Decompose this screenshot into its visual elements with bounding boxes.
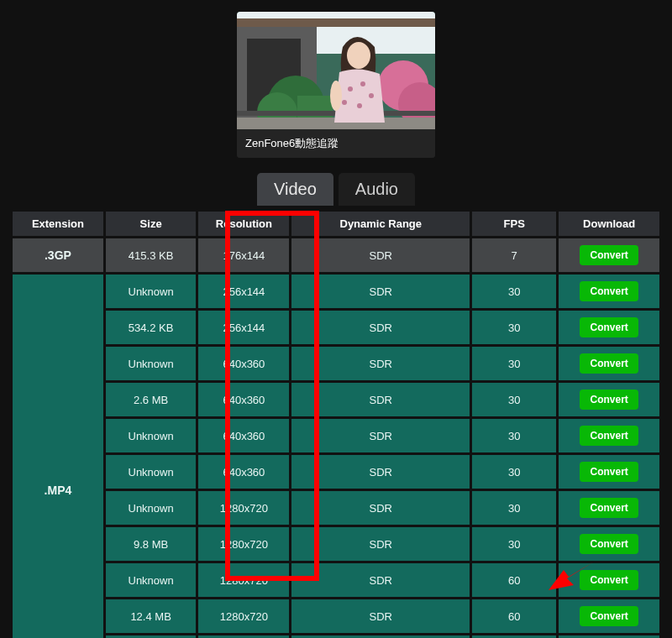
table-row: Unknown 1280x720 SDR 30 Convert [13, 491, 659, 525]
cell-resolution: 1280x720 [198, 599, 289, 633]
cell-dynamic-range: SDR [291, 563, 470, 597]
cell-dynamic-range: SDR [291, 383, 470, 416]
cell-size: 534.2 KB [106, 311, 196, 344]
cell-download: Convert [559, 311, 659, 344]
svg-point-14 [360, 81, 365, 86]
cell-dynamic-range: SDR [291, 238, 470, 272]
cell-resolution: 640x360 [198, 347, 289, 380]
svg-point-18 [330, 81, 342, 111]
cell-fps: 30 [472, 311, 556, 344]
cell-download: Convert [559, 419, 659, 452]
cell-resolution: 640x360 [198, 419, 289, 452]
tab-audio[interactable]: Audio [339, 173, 415, 206]
convert-button[interactable]: Convert [580, 462, 638, 482]
cell-resolution: 256x144 [198, 311, 289, 344]
cell-extension: .3GP [13, 238, 103, 272]
col-fps: FPS [472, 212, 556, 236]
cell-fps: 30 [472, 455, 556, 489]
convert-button[interactable]: Convert [580, 426, 638, 446]
cell-dynamic-range: SDR [291, 347, 470, 380]
table-row: 534.2 KB 256x144 SDR 30 Convert [13, 311, 659, 344]
table-header-row: Extension Size Resolution Dynamic Range … [13, 212, 659, 236]
cell-download: Convert [559, 455, 659, 489]
col-download: Download [559, 212, 659, 236]
cell-dynamic-range: SDR [291, 419, 470, 452]
cell-dynamic-range: SDR [291, 275, 470, 308]
video-thumbnail-card: ZenFone6動態追蹤 [237, 12, 435, 158]
svg-point-15 [369, 93, 374, 98]
cell-fps: 30 [472, 491, 556, 525]
formats-table: Extension Size Resolution Dynamic Range … [10, 209, 662, 638]
cell-fps: 30 [472, 383, 556, 416]
svg-point-12 [347, 42, 370, 69]
convert-button[interactable]: Convert [580, 390, 638, 410]
cell-download: Convert [559, 563, 659, 597]
convert-button[interactable]: Convert [580, 281, 638, 301]
cell-download: Convert [559, 383, 659, 416]
table-row: 2.6 MB 640x360 SDR 30 Convert [13, 383, 659, 416]
cell-size: Unknown [106, 491, 196, 525]
video-title: ZenFone6動態追蹤 [237, 129, 435, 158]
table-row: Unknown 640x360 SDR 30 Convert [13, 455, 659, 489]
col-resolution: Resolution [198, 212, 289, 236]
convert-button[interactable]: Convert [580, 245, 638, 265]
tab-video[interactable]: Video [257, 173, 333, 206]
cell-resolution: 1280x720 [198, 491, 289, 525]
convert-button[interactable]: Convert [580, 570, 638, 590]
convert-button[interactable]: Convert [580, 317, 638, 337]
cell-dynamic-range: SDR [291, 455, 470, 489]
cell-dynamic-range: SDR [291, 311, 470, 344]
cell-fps: 30 [472, 275, 556, 308]
cell-download: Convert [559, 599, 659, 633]
col-dynamic-range: Dynamic Range [291, 212, 470, 236]
convert-button[interactable]: Convert [580, 534, 638, 554]
video-thumbnail-image [237, 12, 435, 129]
cell-size: Unknown [106, 275, 196, 308]
format-tabs: Video Audio [0, 173, 672, 206]
cell-download: Convert [559, 275, 659, 308]
cell-download: Convert [559, 527, 659, 561]
cell-size: 12.4 MB [106, 599, 196, 633]
cell-fps: 60 [472, 599, 556, 633]
cell-size: 2.6 MB [106, 383, 196, 416]
convert-button[interactable]: Convert [580, 606, 638, 626]
cell-size: Unknown [106, 347, 196, 380]
table-row: .MP4 Unknown 256x144 SDR 30 Convert [13, 275, 659, 308]
cell-dynamic-range: SDR [291, 599, 470, 633]
cell-resolution: 256x144 [198, 275, 289, 308]
cell-resolution: 1280x720 [198, 563, 289, 597]
cell-fps: 7 [472, 238, 556, 272]
svg-point-13 [348, 86, 353, 92]
table-row: Unknown 1280x720 SDR 60 Convert [13, 563, 659, 597]
cell-fps: 30 [472, 527, 556, 561]
svg-point-17 [357, 103, 362, 108]
table-row: .3GP 415.3 KB 176x144 SDR 7 Convert [13, 238, 659, 272]
cell-resolution: 176x144 [198, 238, 289, 272]
cell-download: Convert [559, 491, 659, 525]
col-size: Size [106, 212, 196, 236]
cell-dynamic-range: SDR [291, 527, 470, 561]
table-row: 12.4 MB 1280x720 SDR 60 Convert [13, 599, 659, 633]
convert-button[interactable]: Convert [580, 353, 638, 374]
cell-fps: 30 [472, 419, 556, 452]
convert-button[interactable]: Convert [580, 498, 638, 518]
cell-download: Convert [559, 347, 659, 380]
svg-point-16 [342, 100, 347, 105]
cell-dynamic-range: SDR [291, 491, 470, 525]
table-row: 9.8 MB 1280x720 SDR 30 Convert [13, 527, 659, 561]
col-extension: Extension [13, 212, 103, 236]
cell-size: 9.8 MB [106, 527, 196, 561]
table-row: Unknown 640x360 SDR 30 Convert [13, 347, 659, 380]
cell-resolution: 640x360 [198, 383, 289, 416]
cell-fps: 60 [472, 563, 556, 597]
cell-size: Unknown [106, 455, 196, 489]
cell-extension: .MP4 [13, 275, 103, 638]
cell-fps: 30 [472, 347, 556, 380]
svg-rect-1 [237, 18, 435, 27]
cell-download: Convert [559, 238, 659, 272]
cell-resolution: 640x360 [198, 455, 289, 489]
cell-size: Unknown [106, 563, 196, 597]
table-row: Unknown 640x360 SDR 30 Convert [13, 419, 659, 452]
cell-resolution: 1280x720 [198, 527, 289, 561]
cell-size: 415.3 KB [106, 238, 196, 272]
